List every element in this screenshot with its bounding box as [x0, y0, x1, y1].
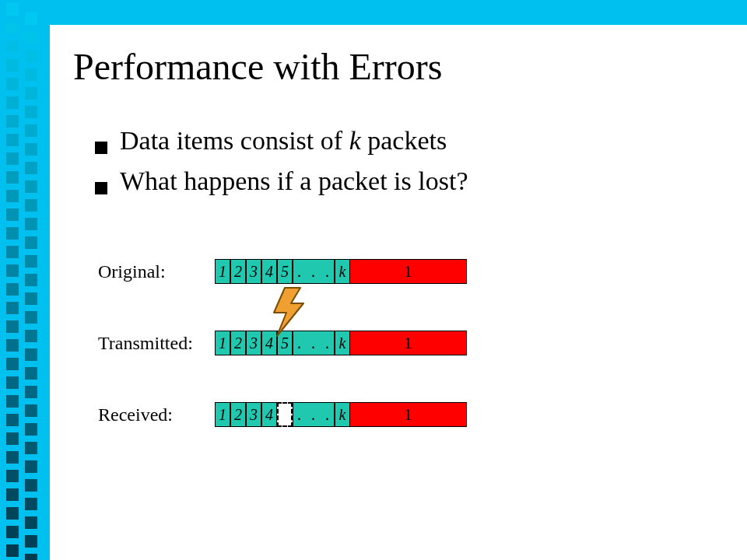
deco-square — [25, 274, 37, 286]
deco-square — [25, 386, 37, 398]
packet-dots: . . . — [293, 331, 335, 355]
bullet-text: Data items consist of k packets — [120, 126, 447, 156]
deco-square — [6, 246, 19, 258]
deco-square — [25, 479, 37, 492]
deco-square — [25, 367, 37, 380]
deco-square — [6, 3, 19, 16]
deco-square — [6, 358, 19, 370]
packet-cell: 4 — [261, 259, 277, 284]
packet-cell: 1 — [215, 331, 230, 355]
deco-square — [6, 414, 19, 426]
deco-square — [25, 106, 37, 118]
bullet-post: packets — [361, 126, 447, 155]
deco-square — [25, 236, 37, 249]
packet-strip: 1 2 3 4 . . . k 1 — [215, 402, 467, 427]
packet-cell: 4 — [261, 402, 277, 427]
packet-cell: 2 — [230, 402, 246, 427]
red-block: 1 — [350, 259, 467, 284]
deco-square — [25, 442, 37, 454]
packet-cell-lost — [277, 402, 293, 427]
deco-square — [25, 68, 37, 81]
deco-square — [6, 376, 19, 389]
deco-square — [6, 320, 19, 333]
deco-square — [6, 264, 19, 277]
deco-square — [25, 535, 37, 548]
packet-cell: 1 — [215, 259, 230, 284]
bullet-marker — [95, 142, 107, 154]
bullet-pre: What happens if a packet is lost? — [120, 166, 468, 195]
packet-cell: 5 — [277, 259, 293, 284]
packet-k: k — [335, 331, 350, 355]
deco-square — [25, 498, 37, 510]
deco-square — [6, 22, 19, 34]
deco-square — [25, 255, 37, 268]
row-transmitted: Transmitted: 1 2 3 4 5 . . . k 1 — [98, 330, 467, 356]
packet-dots: . . . — [293, 259, 335, 284]
deco-square — [6, 115, 19, 128]
slide-title: Performance with Errors — [73, 45, 443, 88]
deco-square — [25, 124, 37, 137]
deco-square — [25, 12, 37, 25]
deco-square — [6, 152, 19, 165]
deco-square — [6, 96, 19, 109]
row-label: Received: — [98, 404, 215, 425]
deco-square — [25, 311, 37, 324]
deco-square — [6, 208, 19, 221]
packet-cell: 2 — [230, 331, 246, 355]
deco-square — [25, 330, 37, 342]
deco-square — [6, 134, 19, 146]
deco-square — [25, 199, 37, 212]
deco-square — [25, 423, 37, 436]
bullet-marker — [95, 182, 107, 194]
packet-cell: 3 — [246, 331, 261, 355]
packet-strip: 1 2 3 4 5 . . . k 1 — [215, 331, 467, 355]
bullet-pre: Data items consist of — [120, 126, 349, 155]
packet-strip: 1 2 3 4 5 . . . k 1 — [215, 259, 467, 284]
deco-square — [6, 339, 19, 352]
red-block: 1 — [350, 331, 467, 355]
deco-square — [25, 162, 37, 174]
bullet-text: What happens if a packet is lost? — [120, 166, 468, 196]
row-received: Received: 1 2 3 4 . . . k 1 — [98, 401, 467, 428]
row-label: Original: — [98, 261, 215, 282]
deco-square — [25, 87, 37, 100]
packet-rows: Original: 1 2 3 4 5 . . . k 1 Transmitte… — [98, 258, 467, 473]
deco-square — [6, 526, 19, 538]
deco-square — [25, 218, 37, 230]
row-label: Transmitted: — [98, 333, 215, 354]
packet-cell: 4 — [261, 331, 277, 355]
deco-square — [6, 544, 19, 557]
packet-dots: . . . — [293, 402, 335, 427]
deco-square — [6, 59, 19, 72]
deco-square — [25, 516, 37, 529]
deco-square — [6, 171, 19, 184]
deco-square — [6, 395, 19, 408]
bullet-item: What happens if a packet is lost? — [95, 166, 468, 196]
deco-square — [25, 143, 37, 156]
deco-square — [6, 190, 19, 202]
packet-k: k — [335, 259, 350, 284]
deco-square — [25, 348, 37, 361]
bullet-item: Data items consist of k packets — [95, 126, 468, 156]
packet-cell: 3 — [246, 402, 261, 427]
packet-cell: 5 — [277, 331, 293, 355]
deco-square — [6, 470, 19, 482]
deco-square — [6, 507, 19, 520]
deco-square — [6, 302, 19, 314]
bullet-list: Data items consist of k packets What hap… — [95, 126, 468, 207]
deco-square — [6, 451, 19, 464]
red-block: 1 — [350, 402, 467, 427]
deco-square — [6, 283, 19, 296]
bullet-em: k — [349, 126, 361, 155]
deco-square — [25, 554, 37, 560]
deco-square — [25, 180, 37, 193]
deco-square — [6, 432, 19, 445]
row-original: Original: 1 2 3 4 5 . . . k 1 — [98, 258, 467, 285]
deco-square — [25, 404, 37, 417]
deco-square — [25, 31, 37, 44]
slide-panel: Performance with Errors Data items consi… — [50, 25, 747, 560]
deco-square — [6, 78, 19, 90]
deco-square — [6, 227, 19, 240]
deco-square — [6, 40, 19, 53]
deco-square — [6, 488, 19, 501]
